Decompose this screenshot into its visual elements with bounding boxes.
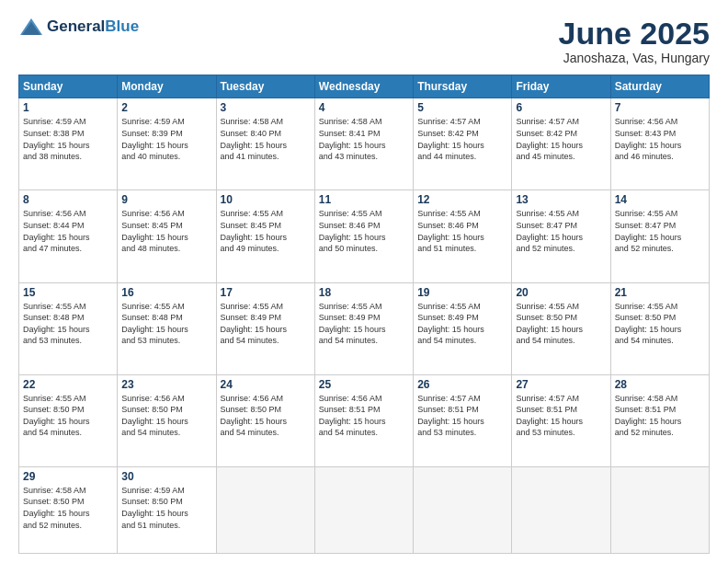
day-number: 23 xyxy=(121,378,211,391)
day-number: 22 xyxy=(23,378,113,391)
table-row: 20Sunrise: 4:55 AM Sunset: 8:50 PM Dayli… xyxy=(512,282,610,374)
table-row: 25Sunrise: 4:56 AM Sunset: 8:51 PM Dayli… xyxy=(314,374,413,466)
table-row: 5Sunrise: 4:57 AM Sunset: 8:42 PM Daylig… xyxy=(414,98,512,190)
day-number: 29 xyxy=(23,470,113,483)
day-info: Sunrise: 4:58 AM Sunset: 8:41 PM Dayligh… xyxy=(319,116,409,162)
day-number: 2 xyxy=(121,101,211,114)
table-row xyxy=(314,466,413,553)
day-info: Sunrise: 4:58 AM Sunset: 8:50 PM Dayligh… xyxy=(23,485,113,531)
day-info: Sunrise: 4:59 AM Sunset: 8:50 PM Dayligh… xyxy=(121,485,211,531)
table-row: 15Sunrise: 4:55 AM Sunset: 8:48 PM Dayli… xyxy=(19,282,118,374)
day-info: Sunrise: 4:55 AM Sunset: 8:48 PM Dayligh… xyxy=(121,301,211,347)
day-number: 13 xyxy=(516,193,606,206)
table-row: 16Sunrise: 4:55 AM Sunset: 8:48 PM Dayli… xyxy=(118,282,216,374)
col-sunday: Sunday xyxy=(19,75,118,98)
day-info: Sunrise: 4:58 AM Sunset: 8:40 PM Dayligh… xyxy=(221,116,311,162)
table-row: 9Sunrise: 4:56 AM Sunset: 8:45 PM Daylig… xyxy=(118,190,216,282)
table-row xyxy=(414,466,512,553)
location: Janoshaza, Vas, Hungary xyxy=(559,51,710,65)
table-row: 23Sunrise: 4:56 AM Sunset: 8:50 PM Dayli… xyxy=(118,374,216,466)
day-info: Sunrise: 4:57 AM Sunset: 8:42 PM Dayligh… xyxy=(516,116,606,162)
day-number: 7 xyxy=(615,101,705,114)
table-row: 18Sunrise: 4:55 AM Sunset: 8:49 PM Dayli… xyxy=(314,282,413,374)
col-thursday: Thursday xyxy=(414,75,512,98)
day-number: 28 xyxy=(615,378,705,391)
month-title: June 2025 xyxy=(559,17,710,51)
page: General Blue June 2025 Janoshaza, Vas, H… xyxy=(0,0,728,563)
day-number: 27 xyxy=(516,378,606,391)
day-number: 14 xyxy=(615,193,705,206)
col-monday: Monday xyxy=(118,75,216,98)
table-row: 19Sunrise: 4:55 AM Sunset: 8:49 PM Dayli… xyxy=(414,282,512,374)
table-row: 6Sunrise: 4:57 AM Sunset: 8:42 PM Daylig… xyxy=(512,98,610,190)
day-info: Sunrise: 4:55 AM Sunset: 8:47 PM Dayligh… xyxy=(615,208,705,254)
day-number: 6 xyxy=(516,101,606,114)
col-saturday: Saturday xyxy=(610,75,709,98)
day-info: Sunrise: 4:56 AM Sunset: 8:43 PM Dayligh… xyxy=(615,116,705,162)
day-number: 19 xyxy=(417,286,507,299)
day-number: 1 xyxy=(23,101,113,114)
day-number: 30 xyxy=(121,470,211,483)
day-info: Sunrise: 4:55 AM Sunset: 8:49 PM Dayligh… xyxy=(221,301,311,347)
day-number: 21 xyxy=(615,286,705,299)
day-info: Sunrise: 4:55 AM Sunset: 8:49 PM Dayligh… xyxy=(417,301,507,347)
table-row: 10Sunrise: 4:55 AM Sunset: 8:45 PM Dayli… xyxy=(216,190,314,282)
logo-icon xyxy=(18,17,44,37)
table-row: 4Sunrise: 4:58 AM Sunset: 8:41 PM Daylig… xyxy=(314,98,413,190)
logo-blue-text: Blue xyxy=(105,17,139,36)
day-info: Sunrise: 4:56 AM Sunset: 8:44 PM Dayligh… xyxy=(23,208,113,254)
day-number: 24 xyxy=(221,378,311,391)
day-info: Sunrise: 4:57 AM Sunset: 8:51 PM Dayligh… xyxy=(516,393,606,439)
col-friday: Friday xyxy=(512,75,610,98)
day-number: 20 xyxy=(516,286,606,299)
logo-general-text: General xyxy=(47,17,105,36)
table-row: 12Sunrise: 4:55 AM Sunset: 8:46 PM Dayli… xyxy=(414,190,512,282)
day-number: 10 xyxy=(221,193,311,206)
day-info: Sunrise: 4:55 AM Sunset: 8:48 PM Dayligh… xyxy=(23,301,113,347)
day-number: 4 xyxy=(319,101,409,114)
table-row: 30Sunrise: 4:59 AM Sunset: 8:50 PM Dayli… xyxy=(118,466,216,553)
table-row: 21Sunrise: 4:55 AM Sunset: 8:50 PM Dayli… xyxy=(610,282,709,374)
day-info: Sunrise: 4:59 AM Sunset: 8:38 PM Dayligh… xyxy=(23,116,113,162)
table-row: 24Sunrise: 4:56 AM Sunset: 8:50 PM Dayli… xyxy=(216,374,314,466)
table-row: 8Sunrise: 4:56 AM Sunset: 8:44 PM Daylig… xyxy=(19,190,118,282)
table-row: 27Sunrise: 4:57 AM Sunset: 8:51 PM Dayli… xyxy=(512,374,610,466)
table-row: 22Sunrise: 4:55 AM Sunset: 8:50 PM Dayli… xyxy=(19,374,118,466)
day-number: 15 xyxy=(23,286,113,299)
calendar-header-row: Sunday Monday Tuesday Wednesday Thursday… xyxy=(19,75,710,98)
table-row xyxy=(216,466,314,553)
table-row xyxy=(512,466,610,553)
table-row: 29Sunrise: 4:58 AM Sunset: 8:50 PM Dayli… xyxy=(19,466,118,553)
header: General Blue June 2025 Janoshaza, Vas, H… xyxy=(18,17,710,65)
day-info: Sunrise: 4:55 AM Sunset: 8:50 PM Dayligh… xyxy=(615,301,705,347)
day-info: Sunrise: 4:56 AM Sunset: 8:50 PM Dayligh… xyxy=(221,393,311,439)
calendar-table: Sunday Monday Tuesday Wednesday Thursday… xyxy=(18,75,710,554)
day-number: 25 xyxy=(319,378,409,391)
day-info: Sunrise: 4:58 AM Sunset: 8:51 PM Dayligh… xyxy=(615,393,705,439)
day-info: Sunrise: 4:55 AM Sunset: 8:45 PM Dayligh… xyxy=(221,208,311,254)
table-row: 28Sunrise: 4:58 AM Sunset: 8:51 PM Dayli… xyxy=(610,374,709,466)
logo: General Blue xyxy=(18,17,139,37)
day-info: Sunrise: 4:55 AM Sunset: 8:49 PM Dayligh… xyxy=(319,301,409,347)
table-row: 3Sunrise: 4:58 AM Sunset: 8:40 PM Daylig… xyxy=(216,98,314,190)
col-tuesday: Tuesday xyxy=(216,75,314,98)
day-number: 8 xyxy=(23,193,113,206)
table-row: 26Sunrise: 4:57 AM Sunset: 8:51 PM Dayli… xyxy=(414,374,512,466)
day-info: Sunrise: 4:55 AM Sunset: 8:50 PM Dayligh… xyxy=(516,301,606,347)
table-row: 14Sunrise: 4:55 AM Sunset: 8:47 PM Dayli… xyxy=(610,190,709,282)
day-info: Sunrise: 4:56 AM Sunset: 8:51 PM Dayligh… xyxy=(319,393,409,439)
calendar-week-row: 15Sunrise: 4:55 AM Sunset: 8:48 PM Dayli… xyxy=(19,282,710,374)
calendar-week-row: 22Sunrise: 4:55 AM Sunset: 8:50 PM Dayli… xyxy=(19,374,710,466)
table-row: 13Sunrise: 4:55 AM Sunset: 8:47 PM Dayli… xyxy=(512,190,610,282)
table-row: 17Sunrise: 4:55 AM Sunset: 8:49 PM Dayli… xyxy=(216,282,314,374)
day-info: Sunrise: 4:55 AM Sunset: 8:46 PM Dayligh… xyxy=(417,208,507,254)
table-row xyxy=(610,466,709,553)
day-number: 16 xyxy=(121,286,211,299)
day-number: 5 xyxy=(417,101,507,114)
day-info: Sunrise: 4:56 AM Sunset: 8:50 PM Dayligh… xyxy=(121,393,211,439)
day-number: 26 xyxy=(417,378,507,391)
day-number: 17 xyxy=(221,286,311,299)
day-number: 9 xyxy=(121,193,211,206)
calendar-week-row: 29Sunrise: 4:58 AM Sunset: 8:50 PM Dayli… xyxy=(19,466,710,553)
day-number: 3 xyxy=(221,101,311,114)
